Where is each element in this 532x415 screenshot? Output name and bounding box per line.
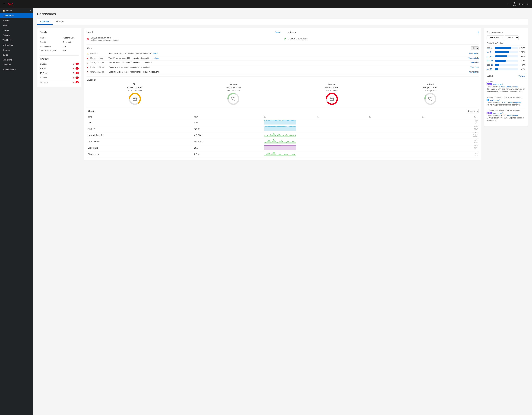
error-icon: ⊗ bbox=[73, 72, 75, 74]
util-metric: Network Transfer bbox=[87, 132, 193, 138]
home-icon: 🏠 bbox=[2, 10, 5, 12]
health-see-all[interactable]: See all bbox=[275, 31, 281, 33]
svg-marker-9 bbox=[264, 126, 296, 131]
help-icon[interactable]: ? bbox=[513, 2, 516, 6]
consumer-name[interactable]: vm-1 bbox=[487, 51, 491, 53]
sidebar-item-home[interactable]: 🏠 Home ▾ bbox=[0, 8, 33, 13]
inventory-item: 24 Disks ⊗ 5 bbox=[40, 80, 79, 84]
consumers-col-podvm: Pod/VM bbox=[487, 42, 495, 46]
consumer-name[interactable]: pod-1 bbox=[487, 47, 492, 49]
events-section: Events View all bbox=[486, 75, 525, 77]
capacity-item: Storage 50 Ti available 229/279 Ti used … bbox=[284, 83, 380, 105]
consumer-name[interactable]: pod-27 bbox=[487, 55, 493, 58]
right-card: Top consumers Pods & VMs By CPU Pod/VM C… bbox=[484, 28, 528, 126]
sidebar-item-catalog[interactable]: Catalog bbox=[0, 33, 33, 38]
sidebar-item-projects[interactable]: Projects bbox=[0, 18, 33, 23]
donut-chart: 30% Used bbox=[227, 93, 240, 105]
grid-icon[interactable]: ⠿ bbox=[507, 2, 510, 6]
event-desc: CPU utilization over 50%. Migrated 2 pod… bbox=[486, 116, 525, 122]
inventory-list: 3 Nodes ⊗ 1 3 Hosts ⊗ 1 40 Pods ⊗ 5 10 V… bbox=[40, 62, 79, 84]
event-item: 2 minutes ago · 2 times in the last 24 h… bbox=[486, 108, 525, 124]
capacity-item: CPU 2.2 GHz available 4.1/6.3 GHz used 6… bbox=[87, 83, 183, 105]
event-name-link[interactable]: pod-name-1 bbox=[490, 99, 501, 101]
util-chart: 1.05 Ti525 Gi0 Gi bbox=[263, 126, 479, 132]
compliance-status-label: Cluster is compliant bbox=[288, 37, 307, 40]
sidebar-item-workloads[interactable]: Workloads bbox=[0, 38, 33, 43]
alert-view-link[interactable]: View disk bbox=[471, 62, 479, 64]
util-value: 15.7 Ti bbox=[193, 145, 263, 151]
inventory-title: Inventory bbox=[40, 58, 79, 60]
alerts-filter[interactable]: All bbox=[471, 46, 479, 50]
consumers-filter-metric[interactable]: By CPU bbox=[505, 36, 519, 40]
event-badge: P bbox=[486, 99, 489, 101]
sidebar-item-monitoring[interactable]: Monitoring bbox=[0, 57, 33, 62]
consumer-name[interactable]: pod-82 bbox=[487, 59, 493, 62]
sidebar-item-search[interactable]: Search bbox=[0, 23, 33, 28]
topnav: ☰ okd ⠿ ? First Last ▾ bbox=[0, 0, 532, 8]
event-badge: BMH bbox=[486, 112, 492, 114]
tab-overview[interactable]: Overview bbox=[37, 19, 53, 25]
sidebar-item-dashboards[interactable]: Dashboards bbox=[0, 13, 33, 18]
alert-view-link[interactable]: View host bbox=[470, 66, 479, 68]
details-card: Details Name cluster-name Provider Bare … bbox=[37, 28, 81, 87]
user-menu[interactable]: First Last ▾ bbox=[519, 3, 530, 5]
sidebar-item-builds[interactable]: Builds bbox=[0, 52, 33, 57]
util-value: 415 Gi bbox=[193, 126, 263, 132]
info-icon[interactable]: ℹ bbox=[478, 31, 479, 34]
util-value: 604.6 Mi/s bbox=[193, 138, 263, 145]
sidebar-item-events[interactable]: Events bbox=[0, 28, 33, 33]
logo-text: okd bbox=[8, 2, 13, 6]
event-name-link[interactable]: host-name-3 bbox=[493, 83, 503, 85]
event-from-link[interactable]: ip-1-0-110-132.ec2.internal bbox=[497, 86, 518, 88]
alert-view-link[interactable]: View details bbox=[468, 57, 479, 59]
event-name-link[interactable]: host-name-1 bbox=[493, 112, 503, 114]
utilization-data-table: Time now 3pm4pm5pm6pm7pm CPU 42% 100%50%… bbox=[87, 115, 479, 157]
event-from-link[interactable]: ip-10-0-147-109.ec2.longname... bbox=[497, 102, 522, 104]
util-chart: 10ms5ms0ms bbox=[263, 151, 479, 157]
events-view-all[interactable]: View all bbox=[518, 75, 525, 77]
chevron-down-icon: ▾ bbox=[528, 3, 530, 5]
sidebar-item-compute[interactable]: Compute bbox=[0, 62, 33, 67]
consumer-name[interactable]: pod-23 bbox=[487, 64, 493, 66]
hamburger-icon[interactable]: ☰ bbox=[2, 2, 5, 6]
warning-icon: ⚠ bbox=[87, 52, 89, 55]
error-icon: ⊗ bbox=[73, 76, 75, 79]
util-chart: 100%50%0% bbox=[263, 119, 479, 126]
utilization-section: Utilization 6 hours Time now 3pm4pm5pm6p… bbox=[87, 107, 479, 157]
alert-view-link[interactable]: View details bbox=[468, 71, 479, 73]
page-title: Dashboards bbox=[37, 12, 528, 16]
error-icon: ⊗ bbox=[73, 81, 75, 84]
alert-show-link[interactable]: show bbox=[154, 57, 159, 59]
chevron-down-icon: ▾ bbox=[30, 10, 31, 11]
consumer-row: vm-23 3.1% bbox=[487, 67, 525, 71]
util-chart: 49.9 Ti25 Ti0 Ti bbox=[263, 145, 479, 151]
tab-storage[interactable]: Storage bbox=[53, 19, 67, 25]
sidebar-item-administration[interactable]: Administration bbox=[0, 67, 33, 72]
health-status: ⊗ Cluster is not healthy Multiple subsys… bbox=[87, 35, 281, 42]
error-icon: ⊗ bbox=[87, 62, 88, 64]
consumers-table: Pod/VM CPU time pod-1 19.3% vm-1 17.2% p… bbox=[486, 42, 525, 71]
util-value: 2.5 ms bbox=[193, 151, 263, 157]
consumers-filter-type[interactable]: Pods & VMs bbox=[486, 36, 504, 40]
util-chart: 10 Gi/s5 Gi/s0 Gi/s bbox=[263, 138, 479, 145]
donut-chart: 65% Used bbox=[129, 93, 141, 105]
alert-view-link[interactable]: View details bbox=[468, 52, 479, 55]
health-title: Health bbox=[87, 31, 94, 34]
alert-show-link[interactable]: show bbox=[153, 52, 158, 55]
event-time: 2 minutes ago · 2 times in the last 24 h… bbox=[486, 109, 525, 111]
capacity-item: Network 9 Gbps available 1/10 Gbps used … bbox=[382, 83, 479, 105]
utilization-filter[interactable]: 6 hours bbox=[466, 109, 479, 113]
top-consumers-filters: Pods & VMs By CPU bbox=[486, 36, 525, 40]
inventory-item: 3 Hosts ⊗ 1 bbox=[40, 66, 79, 71]
sidebar-item-storage[interactable]: Storage bbox=[0, 48, 33, 52]
compliance-title: Compliance bbox=[284, 31, 296, 34]
capacity-title: Capacity bbox=[87, 78, 479, 81]
consumer-name[interactable]: vm-23 bbox=[487, 68, 492, 70]
health-status-label: Cluster is not healthy bbox=[91, 37, 120, 39]
topnav-right: ⠿ ? First Last ▾ bbox=[507, 2, 530, 6]
health-card: Health See all ⊗ Cluster is not healthy … bbox=[84, 28, 481, 160]
svg-marker-8 bbox=[264, 120, 296, 125]
consumers-tbody: pod-1 19.3% vm-1 17.2% pod-27 15.0% pod-… bbox=[487, 46, 525, 71]
event-from-link[interactable]: ip-1-0-120-109.ec2.internal bbox=[497, 115, 518, 116]
sidebar-item-networking[interactable]: Networking bbox=[0, 43, 33, 48]
